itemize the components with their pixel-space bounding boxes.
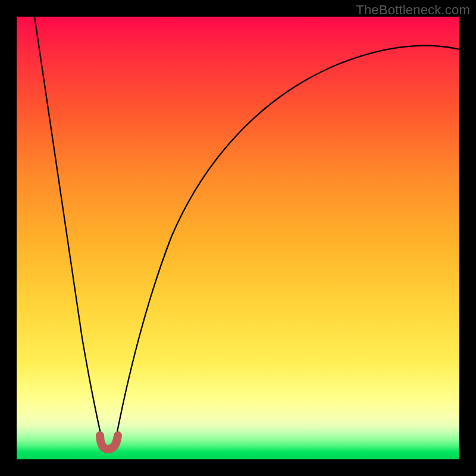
watermark-text: TheBottleneck.com [356, 2, 470, 18]
curve-layer [17, 17, 459, 459]
plot-frame [17, 17, 459, 459]
curve-right-branch [115, 46, 459, 444]
curve-left-branch [35, 17, 103, 444]
valley-marker [100, 436, 118, 449]
